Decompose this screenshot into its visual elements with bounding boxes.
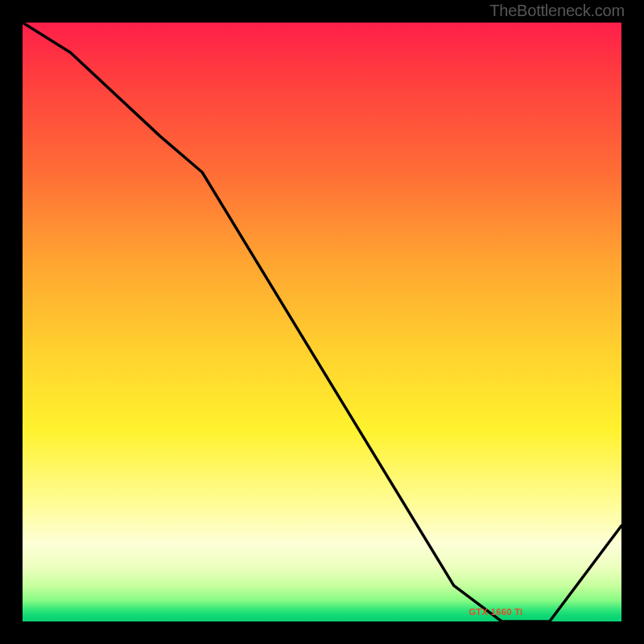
chart-container: TheBottleneck.com GTX 1660 Ti [0,0,644,644]
bottleneck-curve [23,23,621,621]
plot-area: GTX 1660 Ti [23,23,621,621]
watermark-text: TheBottleneck.com [489,2,625,20]
gpu-marker-label: GTX 1660 Ti [469,607,522,617]
